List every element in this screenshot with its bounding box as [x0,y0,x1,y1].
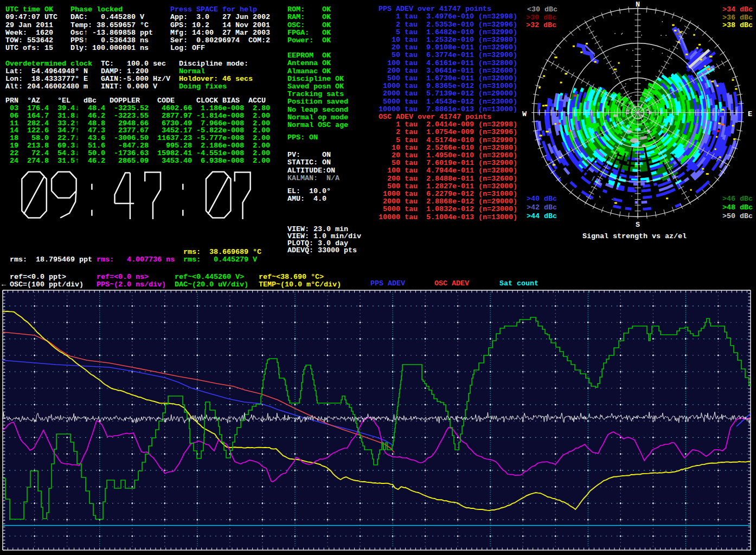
svg-text:N: N [636,1,640,9]
svg-text:W: W [522,110,527,118]
svg-text:S: S [636,221,640,229]
svg-text:E: E [748,110,752,118]
